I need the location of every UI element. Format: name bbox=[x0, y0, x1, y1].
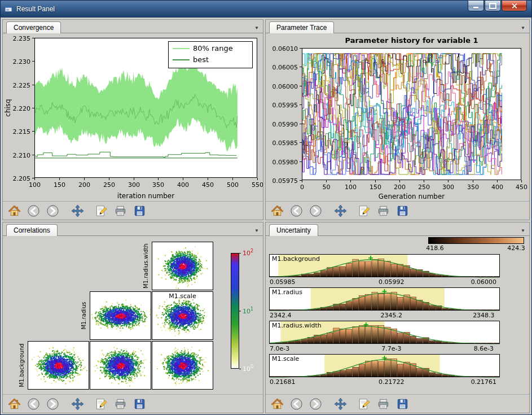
edit-button[interactable] bbox=[93, 396, 109, 412]
save-icon bbox=[133, 204, 146, 217]
forward-icon bbox=[309, 397, 322, 410]
panel-parameter-trace: Parameter Trace ▼ bbox=[265, 19, 530, 220]
close-icon bbox=[511, 3, 517, 9]
minimize-button[interactable] bbox=[468, 1, 484, 11]
tab-convergence[interactable]: Convergence bbox=[6, 21, 61, 33]
maximize-button[interactable] bbox=[485, 1, 501, 11]
save-button[interactable] bbox=[131, 203, 147, 219]
correlations-plot-selector[interactable]: ▼ bbox=[250, 225, 263, 235]
trace-toolbar bbox=[266, 201, 529, 220]
configure-button[interactable] bbox=[112, 396, 128, 412]
save-icon bbox=[396, 397, 409, 410]
pan-button[interactable] bbox=[332, 203, 348, 219]
forward-icon bbox=[46, 204, 59, 217]
pan-icon bbox=[334, 397, 347, 410]
trace-canvas[interactable] bbox=[266, 33, 529, 201]
edit-button[interactable] bbox=[356, 203, 372, 219]
home-icon bbox=[8, 397, 21, 410]
app-icon bbox=[5, 5, 13, 13]
back-button[interactable] bbox=[288, 396, 304, 412]
trace-tabbar: Parameter Trace ▼ bbox=[266, 20, 529, 33]
forward-icon bbox=[46, 397, 59, 410]
configure-icon bbox=[114, 397, 127, 410]
back-button[interactable] bbox=[25, 203, 41, 219]
pan-icon bbox=[334, 204, 347, 217]
tab-uncertainty[interactable]: Uncertainty bbox=[269, 224, 318, 236]
save-button[interactable] bbox=[131, 396, 147, 412]
back-icon bbox=[27, 204, 40, 217]
forward-button[interactable] bbox=[45, 396, 60, 412]
uncertainty-tabbar: Uncertainty ▼ bbox=[266, 222, 529, 236]
correlations-chart-area bbox=[3, 236, 263, 394]
edit-button[interactable] bbox=[93, 203, 109, 219]
chevron-down-icon: ▼ bbox=[254, 25, 259, 30]
minimize-icon bbox=[473, 7, 478, 8]
home-button[interactable] bbox=[6, 203, 22, 219]
convergence-toolbar bbox=[3, 201, 263, 220]
save-button[interactable] bbox=[394, 203, 410, 219]
pan-icon bbox=[71, 204, 84, 217]
pan-button[interactable] bbox=[69, 203, 85, 219]
panel-grid: Convergence ▼ Parameter Trace ▼ Correlat… bbox=[1, 18, 531, 415]
edit-button[interactable] bbox=[356, 396, 372, 412]
edit-icon bbox=[95, 397, 108, 410]
configure-button[interactable] bbox=[112, 203, 128, 219]
configure-button[interactable] bbox=[375, 396, 391, 412]
window-controls bbox=[468, 1, 527, 11]
configure-icon bbox=[377, 204, 390, 217]
home-button[interactable] bbox=[269, 203, 285, 219]
back-icon bbox=[290, 397, 303, 410]
home-icon bbox=[271, 204, 284, 217]
chevron-down-icon: ▼ bbox=[254, 228, 259, 233]
save-icon bbox=[396, 204, 409, 217]
trace-plot-selector[interactable]: ▼ bbox=[517, 23, 529, 33]
convergence-chart-area bbox=[3, 33, 263, 201]
convergence-plot-selector[interactable]: ▼ bbox=[250, 23, 263, 33]
maximize-icon bbox=[489, 3, 496, 9]
back-button[interactable] bbox=[25, 396, 41, 412]
close-button[interactable] bbox=[502, 1, 527, 11]
home-icon bbox=[8, 204, 21, 217]
uncertainty-canvas[interactable] bbox=[266, 236, 529, 394]
correlations-toolbar bbox=[3, 394, 263, 413]
correlations-canvas[interactable] bbox=[3, 236, 263, 394]
edit-icon bbox=[95, 204, 108, 217]
forward-button[interactable] bbox=[307, 203, 323, 219]
save-button[interactable] bbox=[394, 396, 410, 412]
edit-icon bbox=[358, 397, 371, 410]
convergence-canvas[interactable] bbox=[3, 33, 263, 201]
pan-button[interactable] bbox=[69, 396, 85, 412]
tab-correlations[interactable]: Correlations bbox=[6, 224, 58, 236]
convergence-tabbar: Convergence ▼ bbox=[3, 20, 263, 33]
home-icon bbox=[271, 397, 284, 410]
edit-icon bbox=[358, 204, 371, 217]
uncertainty-toolbar bbox=[266, 394, 529, 413]
tab-parameter-trace[interactable]: Parameter Trace bbox=[269, 21, 334, 33]
chevron-down-icon: ▼ bbox=[521, 228, 525, 233]
window-title: Result Panel bbox=[16, 5, 55, 13]
back-button[interactable] bbox=[288, 203, 304, 219]
back-icon bbox=[27, 397, 40, 410]
trace-chart-area bbox=[266, 33, 529, 201]
panel-correlations: Correlations ▼ bbox=[2, 222, 263, 413]
uncertainty-chart-area bbox=[266, 236, 529, 394]
panel-uncertainty: Uncertainty ▼ bbox=[265, 222, 530, 413]
result-panel-window: Result Panel Convergence ▼ Parameter Tra… bbox=[0, 0, 532, 415]
configure-button[interactable] bbox=[375, 203, 391, 219]
configure-icon bbox=[377, 397, 390, 410]
forward-button[interactable] bbox=[307, 396, 323, 412]
home-button[interactable] bbox=[6, 396, 22, 412]
save-icon bbox=[133, 397, 146, 410]
titlebar[interactable]: Result Panel bbox=[1, 1, 531, 18]
configure-icon bbox=[114, 204, 127, 217]
panel-convergence: Convergence ▼ bbox=[2, 19, 263, 220]
home-button[interactable] bbox=[269, 396, 285, 412]
chevron-down-icon: ▼ bbox=[521, 25, 525, 30]
correlations-tabbar: Correlations ▼ bbox=[3, 222, 263, 236]
pan-button[interactable] bbox=[332, 396, 348, 412]
forward-button[interactable] bbox=[45, 203, 60, 219]
pan-icon bbox=[71, 397, 84, 410]
back-icon bbox=[290, 204, 303, 217]
uncertainty-plot-selector[interactable]: ▼ bbox=[517, 225, 529, 235]
forward-icon bbox=[309, 204, 322, 217]
